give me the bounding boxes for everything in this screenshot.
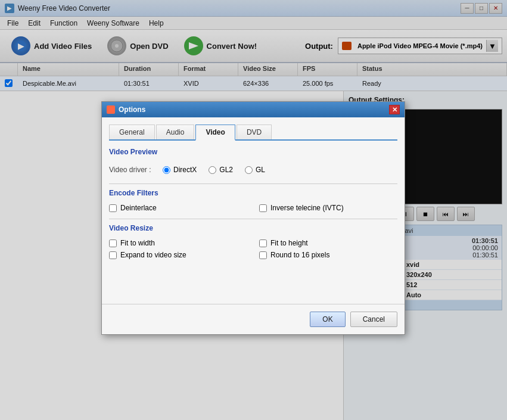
cancel-button[interactable]: Cancel bbox=[350, 312, 397, 327]
driver-directx-option[interactable]: DirectX bbox=[163, 166, 197, 174]
dialog-close-button[interactable]: ✕ bbox=[389, 105, 400, 114]
fit-to-height-checkbox[interactable] bbox=[259, 239, 267, 247]
options-dialog: Options ✕ General Audio Video DVD Video … bbox=[101, 101, 405, 335]
tab-video[interactable]: Video bbox=[195, 125, 235, 141]
deinterlace-label: Deinterlace bbox=[120, 204, 157, 212]
expand-to-video-option[interactable]: Expand to video size bbox=[109, 249, 247, 261]
encode-filters-row: Deinterlace Inverse telecine (IVTC) bbox=[109, 202, 397, 214]
round-pixels-checkbox[interactable] bbox=[259, 251, 267, 259]
encode-filters-label: Encode Filters bbox=[109, 189, 397, 197]
driver-gl2-radio[interactable] bbox=[209, 166, 216, 174]
dialog-title: Options bbox=[119, 105, 145, 114]
round-pixels-label: Round to 16 pixels bbox=[270, 251, 329, 259]
deinterlace-checkbox[interactable] bbox=[109, 204, 117, 212]
deinterlace-option[interactable]: Deinterlace bbox=[109, 202, 247, 214]
encode-filters-right: Inverse telecine (IVTC) bbox=[259, 202, 397, 214]
video-resize-options: Fit to width Expand to video size Fit to… bbox=[109, 237, 397, 261]
divider-1 bbox=[109, 183, 397, 184]
dialog-tabs: General Audio Video DVD bbox=[109, 125, 397, 141]
driver-directx-radio[interactable] bbox=[163, 166, 170, 174]
ok-button[interactable]: OK bbox=[310, 312, 345, 327]
fit-to-width-label: Fit to width bbox=[120, 239, 155, 247]
driver-gl-option[interactable]: GL bbox=[245, 166, 265, 174]
dialog-overlay: Options ✕ General Audio Video DVD Video … bbox=[0, 0, 507, 420]
driver-gl-radio[interactable] bbox=[245, 166, 253, 174]
driver-label: Video driver : bbox=[109, 166, 163, 174]
tab-general[interactable]: General bbox=[109, 125, 155, 139]
resize-right-col: Fit to height Round to 16 pixels bbox=[259, 237, 397, 261]
dialog-body: General Audio Video DVD Video Preview Vi… bbox=[102, 117, 405, 304]
fit-to-height-label: Fit to height bbox=[270, 239, 308, 247]
fit-to-width-option[interactable]: Fit to width bbox=[109, 237, 247, 249]
dialog-spacer bbox=[109, 261, 397, 297]
dialog-footer: OK Cancel bbox=[102, 304, 405, 334]
driver-radio-group: DirectX GL2 GL bbox=[163, 163, 265, 176]
expand-to-video-checkbox[interactable] bbox=[109, 251, 117, 259]
video-preview-label: Video Preview bbox=[109, 148, 397, 156]
inverse-telecine-checkbox[interactable] bbox=[259, 204, 267, 212]
dialog-icon bbox=[107, 105, 115, 114]
fit-to-height-option[interactable]: Fit to height bbox=[259, 237, 397, 249]
tab-audio[interactable]: Audio bbox=[156, 125, 195, 139]
round-pixels-option[interactable]: Round to 16 pixels bbox=[259, 249, 397, 261]
driver-gl-label: GL bbox=[256, 166, 265, 174]
driver-gl2-option[interactable]: GL2 bbox=[209, 166, 233, 174]
resize-left-col: Fit to width Expand to video size bbox=[109, 237, 247, 261]
expand-to-video-label: Expand to video size bbox=[120, 251, 186, 259]
divider-2 bbox=[109, 219, 397, 219]
inverse-telecine-label: Inverse telecine (IVTC) bbox=[270, 204, 344, 212]
driver-directx-label: DirectX bbox=[173, 166, 197, 174]
tab-dvd[interactable]: DVD bbox=[237, 125, 272, 139]
dialog-title-bar: Options ✕ bbox=[102, 102, 405, 117]
driver-row: Video driver : DirectX GL2 GL bbox=[109, 161, 397, 179]
fit-to-width-checkbox[interactable] bbox=[109, 239, 117, 247]
driver-gl2-label: GL2 bbox=[219, 166, 233, 174]
encode-filters-left: Deinterlace bbox=[109, 202, 247, 214]
video-resize-label: Video Resize bbox=[109, 224, 397, 232]
inverse-telecine-option[interactable]: Inverse telecine (IVTC) bbox=[259, 202, 397, 214]
